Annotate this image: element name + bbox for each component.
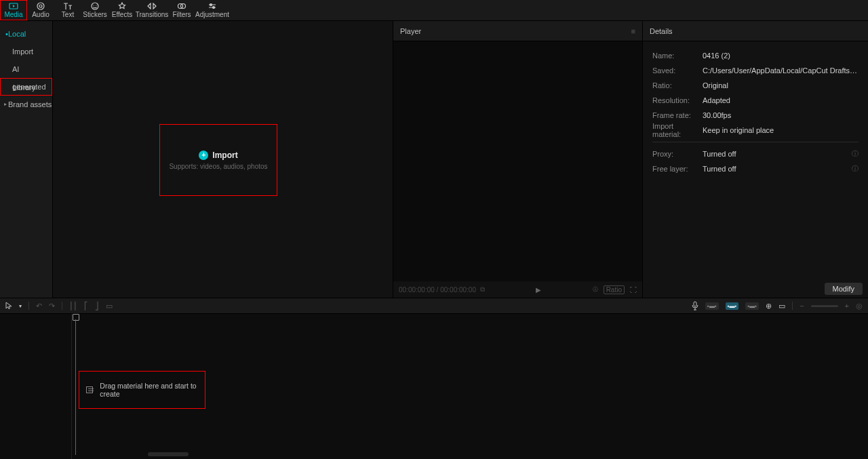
timeline-body[interactable]: Drag material here and start to create	[72, 314, 868, 459]
import-subtitle: Supports: videos, audios, photos	[169, 163, 267, 170]
timeline-playhead[interactable]	[72, 314, 79, 321]
sidebar-label: Brand assets	[8, 100, 52, 108]
detail-row-ratio: Ratio: Original	[652, 78, 859, 93]
detail-row-free-layer: Free layer: Turned off ⓘ	[652, 161, 859, 176]
tab-label: Adjustment	[195, 11, 229, 19]
timeline-scrollbar[interactable]	[148, 452, 861, 456]
sidebar-item-local[interactable]: Local	[0, 25, 52, 43]
timeline-dropzone[interactable]: Drag material here and start to create	[79, 371, 205, 409]
player-title: Player	[400, 21, 421, 41]
main-track-magnet-icon[interactable]: ▪▬▪	[705, 302, 719, 310]
zoom-out-icon[interactable]: −	[800, 302, 804, 310]
tab-audio[interactable]: Audio	[27, 0, 54, 20]
info-icon[interactable]: ⓘ	[852, 149, 859, 159]
effects-icon	[118, 2, 126, 10]
split-icon[interactable]: ⎮⎮	[69, 302, 77, 311]
details-header: Details	[643, 21, 868, 41]
sidebar-item-ai-generated[interactable]: AI generated	[0, 60, 52, 78]
caret-right-icon: ▸	[4, 96, 7, 113]
selection-tool-icon[interactable]	[5, 302, 12, 310]
import-row: + Import	[199, 151, 237, 160]
tab-label: Audio	[32, 11, 50, 19]
svg-point-4	[92, 3, 98, 9]
tab-media[interactable]: Media	[0, 0, 27, 20]
detail-value: C:/Users/User/AppData/Local/CapCut Draft…	[703, 66, 859, 75]
linkage-icon[interactable]: ▪▬▪	[745, 302, 759, 310]
player-viewport[interactable]	[393, 41, 642, 281]
detail-value: Original	[703, 81, 859, 89]
sidebar-item-import[interactable]: Import	[0, 43, 52, 60]
tab-label: Media	[4, 11, 22, 19]
sidebar-item-brand-assets[interactable]: ▸Brand assets	[0, 96, 52, 113]
tab-effects[interactable]: Effects	[108, 0, 136, 20]
timeline-toolbar: ▾ ↶ ↷ ⎮⎮ ⎡ ⎦ ▭ ▪▬▪ ▪▬▪ ▪▬▪ ⊕ ▭ − + ◎	[0, 298, 868, 314]
detail-label: Proxy:	[652, 150, 703, 158]
undo-icon[interactable]: ↶	[36, 302, 42, 311]
audio-icon	[37, 2, 45, 10]
import-dropzone[interactable]: + Import Supports: videos, audios, photo…	[159, 124, 277, 196]
separator	[28, 302, 29, 310]
compare-icon[interactable]: ⧉	[480, 285, 485, 294]
detail-label: Ratio:	[652, 81, 703, 89]
sidebar-item-library[interactable]: Library	[0, 78, 52, 96]
separator	[792, 302, 793, 310]
detail-value: Keep in original place	[703, 126, 859, 134]
media-icon	[9, 2, 18, 10]
details-body: Name: 0416 (2) Saved: C:/Users/User/AppD…	[643, 41, 868, 298]
zoom-in-icon[interactable]: +	[845, 302, 849, 310]
zoom-slider[interactable]	[811, 305, 838, 307]
detail-row-name: Name: 0416 (2)	[652, 48, 859, 63]
ratio-button[interactable]: Ratio	[604, 285, 625, 294]
import-title: Import	[212, 151, 237, 160]
sidebar-label: Import	[12, 47, 33, 56]
cover-icon[interactable]: ▭	[778, 302, 785, 311]
detail-label: Import material:	[652, 122, 703, 138]
tab-adjustment[interactable]: Adjustment	[195, 0, 229, 20]
player-pane: Player ≡ 00:00:00:00 / 00:00:00:00 ⧉ ▶ ⦾…	[393, 21, 643, 298]
auto-snap-icon[interactable]: ▪▬▪	[726, 302, 739, 310]
player-timecode: 00:00:00:00 / 00:00:00:00	[399, 286, 476, 294]
tab-transitions[interactable]: Transitions	[136, 0, 168, 20]
delete-icon[interactable]: ▭	[106, 302, 113, 311]
tab-stickers[interactable]: Stickers	[81, 0, 108, 20]
delete-left-icon[interactable]: ⎡	[84, 302, 88, 311]
media-pane: + Import Supports: videos, audios, photo…	[53, 21, 393, 298]
details-title: Details	[650, 21, 673, 41]
transitions-icon	[147, 2, 157, 10]
detail-value: Turned off	[703, 165, 852, 173]
fullscreen-icon[interactable]: ⛶	[630, 286, 637, 294]
svg-point-8	[213, 6, 215, 8]
detail-row-saved: Saved: C:/Users/User/AppData/Local/CapCu…	[652, 63, 859, 78]
modify-button[interactable]: Modify	[825, 283, 863, 295]
tab-filters[interactable]: Filters	[168, 0, 195, 20]
delete-right-icon[interactable]: ⎦	[95, 302, 99, 311]
tool-dropdown-icon[interactable]: ▾	[19, 303, 22, 309]
snapshot-icon[interactable]: ⦾	[593, 285, 598, 294]
redo-icon[interactable]: ↷	[49, 302, 55, 311]
tab-label: Text	[62, 11, 74, 19]
info-icon[interactable]: ⓘ	[852, 164, 859, 174]
svg-point-3	[39, 5, 42, 7]
player-right-controls: ⦾ Ratio ⛶	[593, 285, 637, 294]
sidebar-label: Local	[8, 30, 26, 38]
sidebar-label: Library	[13, 83, 36, 92]
zoom-to-fit-icon[interactable]: ◎	[856, 302, 863, 311]
detail-separator	[652, 142, 859, 142]
player-menu-icon[interactable]: ≡	[631, 21, 635, 41]
play-button[interactable]: ▶	[536, 286, 541, 294]
detail-row-import-material: Import material: Keep in original place	[652, 123, 859, 138]
preview-axis-icon[interactable]: ⊕	[766, 302, 772, 311]
tab-label: Stickers	[83, 11, 107, 19]
detail-label: Resolution:	[652, 96, 703, 104]
record-voiceover-icon[interactable]	[692, 301, 698, 311]
stickers-icon	[91, 2, 99, 10]
player-header: Player ≡	[393, 21, 642, 41]
tab-text[interactable]: Text	[54, 0, 81, 20]
detail-row-proxy: Proxy: Turned off ⓘ	[652, 146, 859, 161]
detail-value: 30.00fps	[703, 111, 859, 119]
plus-icon: +	[199, 151, 208, 160]
detail-value: Turned off	[703, 150, 852, 158]
text-icon	[63, 2, 73, 10]
clip-icon	[86, 386, 93, 393]
detail-row-resolution: Resolution: Adapted	[652, 93, 859, 108]
